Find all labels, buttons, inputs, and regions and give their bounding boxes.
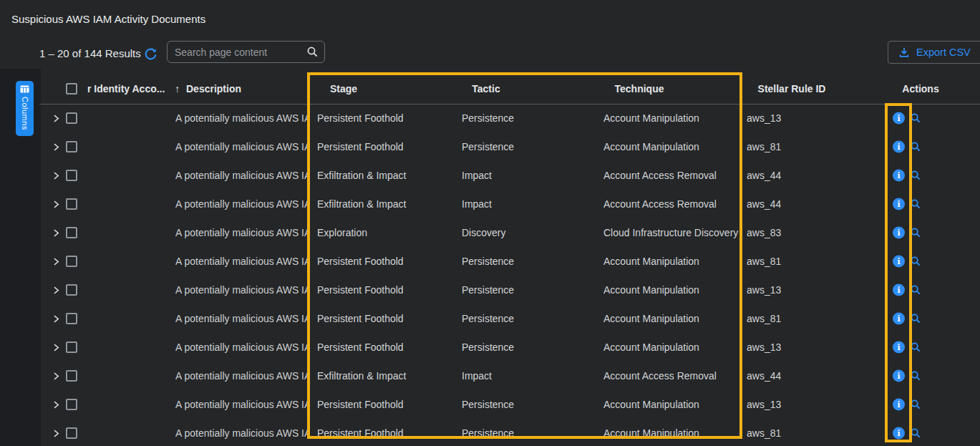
search-action-icon[interactable]	[910, 341, 921, 353]
column-header-technique[interactable]: Technique	[615, 83, 664, 94]
search-icon[interactable]	[306, 46, 319, 58]
table-row: A potentially malicious AWS IA Persisten…	[0, 333, 980, 362]
search-action-icon[interactable]	[910, 399, 921, 410]
table-header-row: r Identity Acco... ↑ Description Stage T…	[0, 74, 980, 104]
info-icon[interactable]: i	[893, 427, 905, 440]
search-action-icon[interactable]	[910, 227, 921, 238]
column-header-tactic[interactable]: Tactic	[472, 83, 500, 94]
search-action-icon[interactable]	[910, 284, 921, 296]
search-action-icon[interactable]	[910, 141, 921, 152]
row-checkbox[interactable]	[66, 341, 77, 353]
description-cell: A potentially malicious AWS IA	[175, 198, 310, 210]
row-checkbox[interactable]	[66, 284, 77, 296]
technique-cell: Cloud Infrastructure Discovery	[603, 227, 740, 238]
row-checkbox[interactable]	[66, 170, 77, 181]
stage-cell: Persistent Foothold	[317, 141, 404, 152]
stage-cell: Persistent Foothold	[317, 256, 404, 267]
row-checkbox[interactable]	[66, 141, 77, 152]
info-icon[interactable]: i	[893, 256, 905, 268]
description-cell: A potentially malicious AWS IA	[175, 112, 310, 124]
column-header-stage[interactable]: Stage	[330, 83, 357, 94]
technique-cell: Account Manipulation	[603, 313, 740, 324]
results-count: 1 – 20 of 144 Results	[39, 47, 141, 59]
table-row: A potentially malicious AWS IA Exfiltrat…	[0, 362, 980, 390]
expand-chevron-icon[interactable]	[52, 113, 62, 123]
info-icon[interactable]: i	[893, 198, 905, 210]
tactic-cell: Impact	[462, 170, 492, 181]
tactic-cell: Persistence	[462, 399, 514, 410]
tactic-cell: Discovery	[462, 227, 505, 238]
expand-chevron-icon[interactable]	[52, 142, 62, 152]
table-row: A potentially malicious AWS IA Persisten…	[0, 419, 980, 446]
info-icon[interactable]: i	[893, 141, 905, 153]
technique-cell: Account Manipulation	[603, 284, 740, 296]
row-checkbox[interactable]	[66, 427, 77, 439]
info-icon[interactable]: i	[893, 227, 905, 239]
expand-chevron-icon[interactable]	[52, 371, 62, 381]
expand-chevron-icon[interactable]	[52, 342, 62, 352]
export-csv-button[interactable]: Export CSV	[888, 41, 980, 64]
expand-chevron-icon[interactable]	[52, 256, 62, 266]
expand-chevron-icon[interactable]	[52, 314, 62, 324]
search-action-icon[interactable]	[910, 170, 921, 181]
description-cell: A potentially malicious AWS IA	[175, 341, 310, 353]
row-checkbox[interactable]	[66, 399, 77, 410]
expand-chevron-icon[interactable]	[52, 428, 62, 438]
tactic-cell: Persistence	[462, 256, 514, 267]
search-input[interactable]	[175, 47, 306, 58]
info-icon[interactable]: i	[893, 341, 905, 354]
tactic-cell: Persistence	[462, 341, 514, 353]
export-csv-label: Export CSV	[916, 47, 971, 58]
expand-chevron-icon[interactable]	[52, 199, 62, 209]
technique-cell: Account Manipulation	[603, 341, 740, 353]
info-icon[interactable]: i	[893, 313, 905, 325]
table-row: A potentially malicious AWS IA Exfiltrat…	[0, 190, 980, 218]
search-action-icon[interactable]	[910, 427, 921, 439]
search-action-icon[interactable]	[910, 256, 921, 267]
description-cell: A potentially malicious AWS IA	[175, 170, 310, 181]
expand-chevron-icon[interactable]	[52, 285, 62, 295]
stage-cell: Exfiltration & Impact	[317, 370, 407, 382]
table-row: A potentially malicious AWS IA Persisten…	[0, 247, 980, 276]
search-box	[167, 41, 325, 63]
description-cell: A potentially malicious AWS IA	[175, 427, 310, 439]
sort-ascending-icon[interactable]: ↑	[175, 83, 180, 94]
column-header-description[interactable]: Description	[186, 83, 241, 94]
table-row: A potentially malicious AWS IA Explorati…	[0, 218, 980, 247]
tactic-cell: Impact	[462, 370, 492, 382]
rule-id-cell: aws_44	[747, 370, 781, 382]
expand-chevron-icon[interactable]	[52, 170, 62, 180]
row-checkbox[interactable]	[66, 112, 77, 124]
table-row: A potentially malicious AWS IA Exfiltrat…	[0, 161, 980, 190]
search-action-icon[interactable]	[910, 313, 921, 324]
select-all-checkbox[interactable]	[66, 83, 77, 94]
info-icon[interactable]: i	[893, 170, 905, 182]
refresh-icon[interactable]	[142, 46, 158, 62]
row-checkbox[interactable]	[66, 198, 77, 210]
stage-cell: Exploration	[317, 227, 367, 238]
info-icon[interactable]: i	[893, 112, 905, 125]
info-icon[interactable]: i	[893, 370, 905, 382]
technique-cell: Account Manipulation	[603, 141, 740, 152]
stage-cell: Exfiltration & Impact	[317, 198, 407, 210]
rule-id-cell: aws_44	[747, 198, 781, 210]
rule-id-cell: aws_81	[747, 427, 781, 439]
search-action-icon[interactable]	[910, 198, 921, 210]
row-checkbox[interactable]	[66, 313, 77, 324]
rule-id-cell: aws_81	[747, 256, 781, 267]
row-checkbox[interactable]	[66, 256, 77, 267]
row-checkbox[interactable]	[66, 227, 77, 238]
technique-cell: Account Manipulation	[603, 399, 740, 410]
search-action-icon[interactable]	[910, 112, 921, 124]
info-icon[interactable]: i	[893, 399, 905, 411]
row-checkbox[interactable]	[66, 370, 77, 382]
description-cell: A potentially malicious AWS IA	[175, 313, 310, 324]
technique-cell: Account Access Removal	[603, 170, 740, 181]
info-icon[interactable]: i	[893, 284, 905, 296]
column-header-rule-id[interactable]: Stellar Rule ID	[758, 83, 826, 94]
search-action-icon[interactable]	[910, 370, 921, 382]
expand-chevron-icon[interactable]	[52, 228, 62, 238]
expand-chevron-icon[interactable]	[52, 399, 62, 409]
column-header-identity[interactable]: r Identity Acco... ↑	[87, 83, 180, 94]
stage-cell: Persistent Foothold	[317, 284, 404, 296]
